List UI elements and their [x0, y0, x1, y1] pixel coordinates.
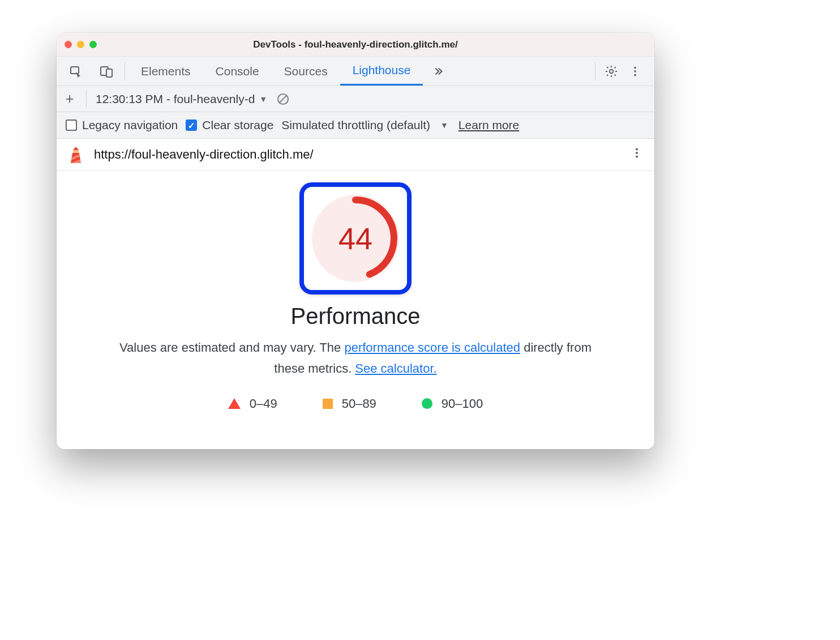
- report-menu-icon[interactable]: [631, 147, 643, 163]
- svg-point-4: [634, 66, 636, 69]
- lighthouse-options: Legacy navigation Clear storage Simulate…: [57, 112, 654, 139]
- svg-rect-10: [73, 150, 79, 153]
- report-selector-label: 12:30:13 PM - foul-heavenly-d: [96, 92, 255, 106]
- performance-title: Performance: [291, 304, 421, 329]
- devtools-window: DevTools - foul-heavenly-direction.glitc…: [57, 33, 654, 449]
- tab-label: Lighthouse: [353, 63, 411, 77]
- lighthouse-icon: [68, 146, 84, 163]
- option-label: Legacy navigation: [82, 118, 178, 132]
- lighthouse-controlbar: + 12:30:13 PM - foul-heavenly-d ▼: [57, 86, 654, 112]
- svg-point-15: [636, 152, 638, 154]
- svg-point-5: [634, 70, 636, 72]
- learn-more-link[interactable]: Learn more: [458, 118, 519, 132]
- score-calc-link[interactable]: performance score is calculated: [344, 340, 520, 355]
- tab-label: Sources: [284, 65, 328, 78]
- inspect-element-icon[interactable]: [65, 60, 87, 83]
- clear-storage-option[interactable]: Clear storage: [186, 118, 273, 132]
- tab-elements[interactable]: Elements: [128, 57, 203, 86]
- tab-label: Console: [216, 65, 259, 78]
- settings-gear-icon[interactable]: [600, 60, 623, 83]
- toggle-device-toolbar-icon[interactable]: [95, 60, 118, 83]
- performance-gauge-highlight: 44: [299, 182, 412, 295]
- report-url: https://foul-heavenly-direction.glitch.m…: [94, 147, 620, 162]
- svg-point-3: [610, 69, 613, 72]
- chevron-down-icon: ▼: [259, 95, 267, 104]
- tab-console[interactable]: Console: [203, 57, 272, 86]
- tab-sources[interactable]: Sources: [272, 57, 340, 86]
- svg-point-16: [636, 155, 638, 157]
- panel-tabs: Elements Console Sources Lighthouse: [128, 57, 423, 86]
- report-urlbar: https://foul-heavenly-direction.glitch.m…: [57, 139, 654, 171]
- maximize-window-button[interactable]: [89, 41, 97, 48]
- legend-range: 0–49: [250, 396, 277, 411]
- divider: [125, 62, 125, 80]
- triangle-icon: [228, 398, 241, 409]
- legacy-navigation-checkbox[interactable]: [66, 120, 77, 131]
- svg-line-8: [280, 96, 286, 103]
- clear-storage-checkbox[interactable]: [186, 120, 197, 131]
- square-icon: [323, 399, 333, 409]
- legend-range: 90–100: [442, 396, 483, 411]
- report-selector[interactable]: 12:30:13 PM - foul-heavenly-d ▼: [96, 92, 267, 106]
- legend-good: 90–100: [422, 396, 483, 411]
- performance-description: Values are estimated and may vary. The p…: [118, 337, 593, 379]
- chevron-down-icon[interactable]: ▼: [440, 121, 448, 130]
- performance-score: 44: [312, 195, 399, 282]
- clear-icon[interactable]: [276, 92, 290, 106]
- lighthouse-report: 44 Performance Values are estimated and …: [57, 171, 654, 449]
- divider: [595, 62, 595, 80]
- new-report-button[interactable]: +: [62, 90, 77, 108]
- svg-point-14: [636, 148, 638, 151]
- more-tabs-button[interactable]: [423, 57, 453, 86]
- svg-rect-0: [71, 67, 79, 74]
- svg-point-6: [634, 74, 636, 76]
- window-title: DevTools - foul-heavenly-direction.glitc…: [57, 39, 654, 50]
- score-legend: 0–49 50–89 90–100: [228, 396, 483, 411]
- throttling-option[interactable]: Simulated throttling (default): [281, 118, 430, 132]
- see-calculator-link[interactable]: See calculator.: [355, 361, 436, 376]
- legend-range: 50–89: [342, 396, 376, 411]
- svg-rect-2: [106, 69, 112, 77]
- legend-poor: 0–49: [228, 396, 277, 411]
- close-window-button[interactable]: [65, 41, 72, 48]
- throttling-label: Simulated throttling (default): [281, 118, 430, 132]
- svg-marker-9: [73, 147, 79, 150]
- divider: [86, 91, 87, 108]
- legacy-navigation-option[interactable]: Legacy navigation: [66, 118, 178, 132]
- tab-lighthouse[interactable]: Lighthouse: [340, 57, 423, 86]
- titlebar: DevTools - foul-heavenly-direction.glitc…: [57, 33, 654, 57]
- legend-average: 50–89: [323, 396, 376, 411]
- performance-gauge[interactable]: 44: [312, 195, 399, 282]
- tab-label: Elements: [141, 65, 191, 78]
- circle-icon: [422, 398, 432, 409]
- main-tabbar: Elements Console Sources Lighthouse: [57, 57, 654, 86]
- more-options-icon[interactable]: [624, 60, 646, 83]
- traffic-lights: [57, 41, 97, 48]
- minimize-window-button[interactable]: [77, 41, 84, 48]
- desc-text: Values are estimated and may vary. The: [119, 340, 344, 355]
- option-label: Clear storage: [202, 118, 273, 132]
